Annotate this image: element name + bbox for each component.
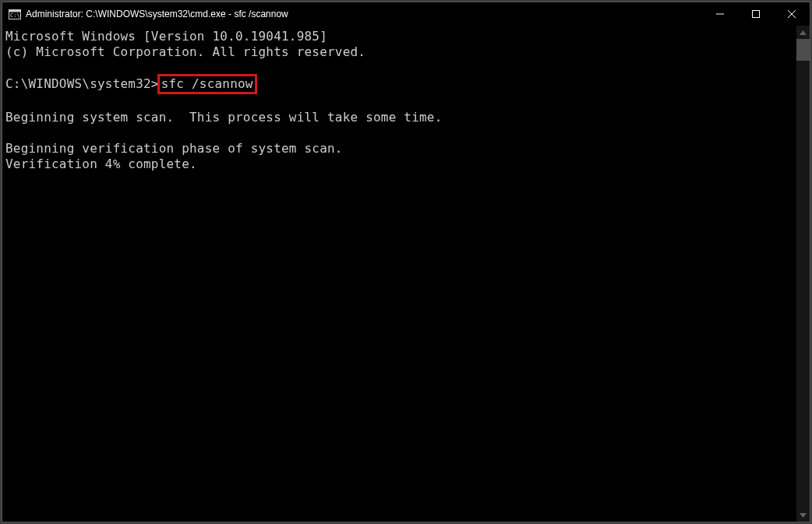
console-output[interactable]: Microsoft Windows [Version 10.0.19041.98… [2,26,796,522]
maximize-button[interactable] [738,2,774,26]
vertical-scrollbar[interactable] [796,26,810,522]
output-line: Microsoft Windows [Version 10.0.19041.98… [5,29,327,44]
output-line: (c) Microsoft Corporation. All rights re… [5,44,365,59]
client-area: Microsoft Windows [Version 10.0.19041.98… [2,26,810,522]
scroll-track[interactable] [796,39,810,508]
svg-text:C:\: C:\ [10,12,20,19]
cmd-icon: C:\ [9,9,21,19]
minimize-button[interactable] [702,2,738,26]
titlebar[interactable]: C:\ Administrator: C:\WINDOWS\system32\c… [2,2,810,26]
cmd-window: C:\ Administrator: C:\WINDOWS\system32\c… [2,2,810,522]
prompt-prefix: C:\WINDOWS\system32> [5,76,159,91]
scroll-thumb[interactable] [796,39,810,61]
entered-command: sfc /scannow [161,76,253,91]
scroll-down-arrow-icon[interactable] [796,508,810,522]
window-controls [702,2,810,26]
close-button[interactable] [774,2,810,26]
output-line: Beginning system scan. This process will… [5,110,442,125]
svg-rect-3 [753,11,760,18]
window-title: Administrator: C:\WINDOWS\system32\cmd.e… [26,9,288,19]
output-line: Beginning verification phase of system s… [5,141,343,156]
command-highlight: sfc /scannow [157,74,257,94]
scroll-up-arrow-icon[interactable] [796,26,810,39]
output-line: Verification 4% complete. [5,156,197,171]
